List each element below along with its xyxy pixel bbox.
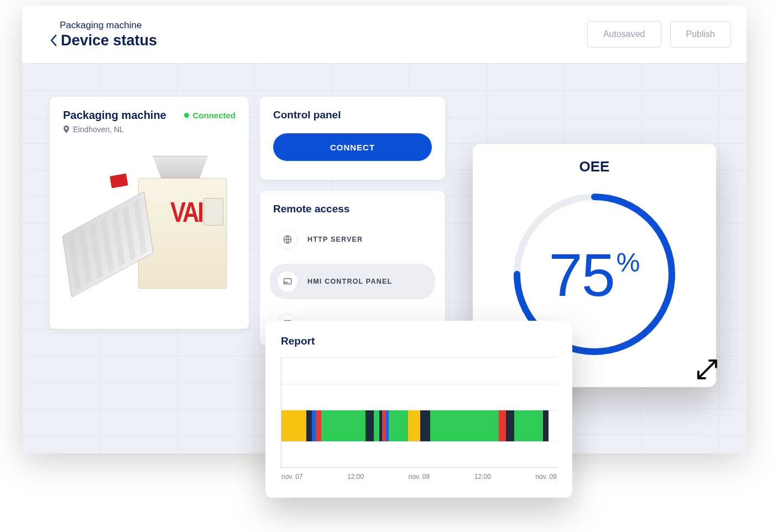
report-card[interactable]: Report nov. 0712:00nov. 0812:00nov. 09 <box>265 321 572 498</box>
device-card[interactable]: Packaging machine Connected Eindhoven, N… <box>50 97 249 329</box>
timeline-segment <box>389 410 408 441</box>
svg-point-2 <box>284 283 285 284</box>
device-location: Eindhoven, NL <box>63 125 236 134</box>
remote-access-item-label: HTTP SERVER <box>307 236 363 243</box>
resize-handle-icon[interactable] <box>694 356 720 383</box>
device-brand-logo: VAI <box>170 196 202 228</box>
timeline-segment <box>514 410 543 441</box>
remote-access-item-hmi-control-panel[interactable]: HMI CONTROL PANEL <box>270 264 435 299</box>
timeline-segment <box>499 410 505 441</box>
timeline-segment <box>374 410 379 441</box>
remote-access-title: Remote access <box>270 203 435 215</box>
timeline-segment <box>430 410 499 441</box>
device-status-label: Connected <box>192 111 236 120</box>
timeline-segment <box>321 410 365 441</box>
connect-button[interactable]: CONNECT <box>273 133 432 161</box>
timeline-segment <box>382 410 386 441</box>
publish-button[interactable]: Publish <box>670 21 731 48</box>
breadcrumb[interactable]: Packaging machine <box>60 20 157 31</box>
page-title: Device status <box>61 32 157 49</box>
device-name: Packaging machine <box>63 109 166 122</box>
status-dot-icon <box>184 113 189 118</box>
report-title: Report <box>281 335 557 347</box>
oee-title: OEE <box>579 158 610 175</box>
oee-value: 75 <box>549 239 614 310</box>
report-timeline-chart: nov. 0712:00nov. 0812:00nov. 09 <box>281 357 557 468</box>
timeline-segment <box>506 410 514 441</box>
control-panel-card[interactable]: Control panel CONNECT <box>260 97 445 180</box>
cast-icon <box>278 272 297 291</box>
x-tick-label: 12:00 <box>474 473 491 481</box>
device-location-text: Eindhoven, NL <box>73 125 124 134</box>
panel-header: Packaging machine Device status Autosave… <box>22 6 746 64</box>
timeline-segment <box>312 410 316 441</box>
device-image: VAI <box>63 150 236 305</box>
device-status: Connected <box>184 111 236 120</box>
x-tick-label: nov. 07 <box>281 473 302 481</box>
x-tick-label: 12:00 <box>347 473 364 481</box>
back-chevron-icon[interactable] <box>50 34 58 46</box>
timeline-segment <box>543 410 549 441</box>
timeline-segment <box>306 410 312 441</box>
control-panel-title: Control panel <box>273 109 432 121</box>
globe-icon <box>278 230 297 249</box>
autosaved-button[interactable]: Autosaved <box>587 21 661 48</box>
x-tick-label: nov. 08 <box>409 473 430 481</box>
x-tick-label: nov. 09 <box>535 473 556 481</box>
timeline-segment <box>316 410 321 441</box>
svg-rect-1 <box>284 279 291 284</box>
remote-access-item-http-server[interactable]: HTTP SERVER <box>270 222 435 257</box>
timeline-segment <box>281 410 306 441</box>
location-pin-icon <box>63 126 70 133</box>
timeline-segment <box>420 410 430 441</box>
timeline-segment <box>408 410 420 441</box>
oee-unit: % <box>617 247 640 278</box>
timeline-segment <box>365 410 374 441</box>
remote-access-item-label: HMI CONTROL PANEL <box>307 278 392 285</box>
